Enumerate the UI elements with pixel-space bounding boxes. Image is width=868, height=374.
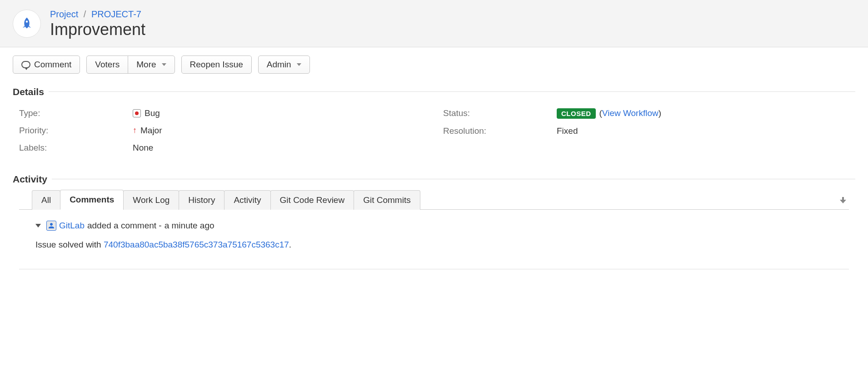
svg-point-1 (26, 21, 28, 23)
priority-value: ↑ Major (133, 126, 425, 136)
details-grid: Type: Bug Priority: ↑ Major Labels: None (13, 102, 855, 166)
resolution-value: Fixed (557, 126, 849, 136)
more-button-label: More (136, 60, 156, 70)
comment-body-prefix: Issue solved with (35, 240, 104, 249)
tab-history[interactable]: History (179, 190, 224, 210)
chevron-down-icon (162, 63, 166, 66)
tab-git-commits[interactable]: Git Commits (354, 190, 420, 210)
chevron-down-icon (297, 63, 301, 66)
header-bar: Project / PROJECT-7 Improvement (0, 0, 868, 47)
user-avatar-icon (46, 221, 56, 231)
scroll-to-bottom-button[interactable] (840, 196, 849, 209)
project-avatar (13, 10, 41, 38)
activity-header: Activity (13, 174, 855, 185)
commit-hash-link[interactable]: 740f3baa80ac5ba38f5765c373a75167c5363c17 (104, 240, 289, 249)
type-label: Type: (19, 108, 133, 118)
divider (49, 91, 855, 92)
status-badge: CLOSED (557, 108, 596, 119)
comment-button[interactable]: Comment (13, 56, 80, 74)
details-header: Details (13, 86, 855, 97)
detail-row-resolution: Resolution: Fixed (443, 122, 849, 140)
admin-button[interactable]: Admin (258, 56, 310, 74)
comment-action-text: added a comment - (87, 221, 162, 231)
reopen-issue-button-label: Reopen Issue (190, 60, 243, 70)
tab-comments[interactable]: Comments (60, 190, 124, 210)
details-section: Details Type: Bug Priority: ↑ Major Labe… (0, 78, 868, 166)
paren-close: ) (658, 108, 661, 118)
more-button[interactable]: More (128, 56, 175, 74)
activity-heading: Activity (13, 174, 47, 185)
voters-button-label: Voters (95, 60, 120, 70)
voters-button[interactable]: Voters (86, 56, 128, 74)
type-value: Bug (133, 108, 425, 118)
rocket-icon (19, 15, 35, 32)
comment-body-suffix: . (289, 240, 291, 249)
detail-row-priority: Priority: ↑ Major (19, 122, 425, 139)
view-workflow-link[interactable]: View Workflow (602, 108, 658, 118)
breadcrumb-issue-link[interactable]: PROJECT-7 (91, 9, 141, 19)
resolution-label: Resolution: (443, 126, 557, 136)
comment-body: Issue solved with 740f3baa80ac5ba38f5765… (35, 235, 849, 263)
comment-icon (21, 61, 30, 68)
breadcrumb-separator: / (84, 9, 86, 19)
breadcrumb: Project / PROJECT-7 (50, 9, 145, 20)
tab-work-log[interactable]: Work Log (123, 190, 179, 210)
details-heading: Details (13, 86, 44, 97)
bug-icon (133, 109, 141, 117)
comment-author-link[interactable]: GitLab (59, 221, 85, 231)
priority-up-icon: ↑ (133, 126, 137, 135)
comment-timestamp: a minute ago (165, 221, 215, 231)
detail-row-type: Type: Bug (19, 105, 425, 122)
comment-button-label: Comment (34, 60, 71, 70)
detail-row-status: Status: CLOSED (View Workflow) (443, 105, 849, 122)
detail-row-labels: Labels: None (19, 139, 425, 157)
toolbar: Comment Voters More Reopen Issue Admin (0, 47, 868, 78)
labels-label: Labels: (19, 143, 133, 153)
priority-text: Major (140, 126, 162, 136)
admin-button-label: Admin (267, 60, 291, 70)
type-text: Bug (145, 108, 160, 118)
header-text: Project / PROJECT-7 Improvement (50, 9, 145, 39)
breadcrumb-project-link[interactable]: Project (50, 9, 78, 19)
tab-git-code-review[interactable]: Git Code Review (270, 190, 354, 210)
comment-header: GitLab added a comment - a minute ago (35, 221, 849, 231)
priority-label: Priority: (19, 126, 133, 136)
tab-all[interactable]: All (32, 190, 60, 210)
status-value: CLOSED (View Workflow) (557, 108, 849, 119)
activity-tabs: All Comments Work Log History Activity G… (19, 189, 849, 210)
arrow-down-icon (840, 197, 846, 203)
page-title: Improvement (50, 20, 145, 39)
tab-activity[interactable]: Activity (224, 190, 270, 210)
collapse-toggle-icon[interactable] (35, 224, 41, 227)
divider (19, 269, 849, 269)
comment-item: GitLab added a comment - a minute ago Is… (13, 210, 855, 269)
labels-value: None (133, 143, 425, 153)
reopen-issue-button[interactable]: Reopen Issue (181, 56, 252, 74)
status-label: Status: (443, 108, 557, 118)
activity-section: Activity All Comments Work Log History A… (0, 166, 868, 269)
divider (52, 179, 855, 179)
